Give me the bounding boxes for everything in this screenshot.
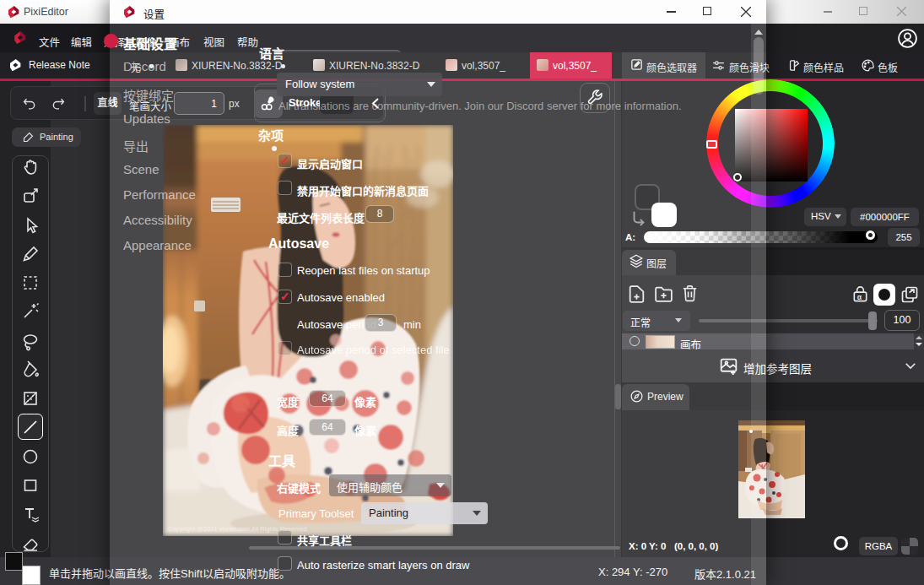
svg-text:α: α xyxy=(857,293,862,301)
